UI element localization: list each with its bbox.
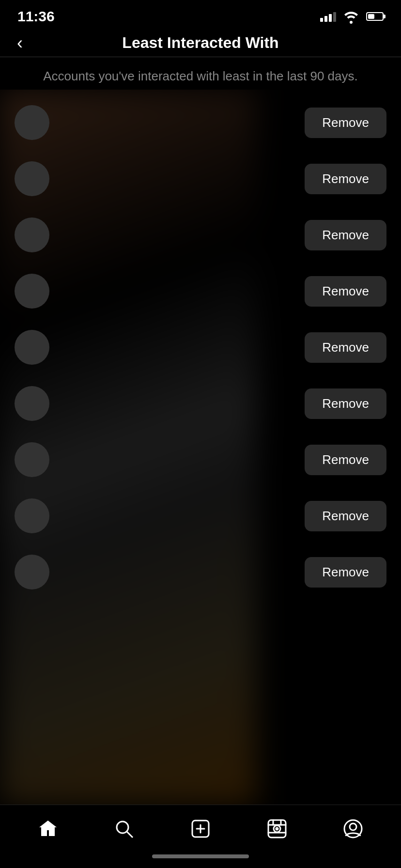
- accounts-list: RemoveRemoveRemoveRemoveRemoveRemoveRemo…: [0, 90, 401, 605]
- nav-item-search[interactable]: [104, 815, 144, 843]
- status-time: 11:36: [17, 8, 55, 25]
- account-info: [15, 217, 305, 252]
- nav-header: ‹ Least Interacted With: [0, 29, 401, 57]
- account-row: Remove: [0, 151, 401, 207]
- remove-button[interactable]: Remove: [305, 501, 386, 531]
- account-info: [15, 555, 305, 589]
- remove-button[interactable]: Remove: [305, 557, 386, 588]
- account-info: [15, 274, 305, 309]
- remove-button[interactable]: Remove: [305, 332, 386, 363]
- accounts-list-container: RemoveRemoveRemoveRemoveRemoveRemoveRemo…: [0, 90, 401, 805]
- battery-fill: [368, 14, 374, 19]
- search-icon: [114, 819, 134, 839]
- avatar: [15, 330, 49, 365]
- avatar: [15, 105, 49, 140]
- svg-point-7: [276, 828, 278, 830]
- remove-button[interactable]: Remove: [305, 108, 386, 138]
- avatar: [15, 498, 49, 533]
- back-button[interactable]: ‹: [15, 32, 25, 54]
- account-row: Remove: [0, 375, 401, 432]
- reels-icon: [267, 819, 287, 839]
- profile-icon: [343, 819, 363, 839]
- account-info: [15, 105, 305, 140]
- svg-line-1: [127, 832, 133, 837]
- account-row: Remove: [0, 263, 401, 319]
- nav-item-reels[interactable]: [257, 815, 297, 843]
- account-row: Remove: [0, 319, 401, 375]
- account-row: Remove: [0, 544, 401, 600]
- svg-rect-5: [268, 820, 286, 837]
- avatar: [15, 386, 49, 421]
- nav-item-profile[interactable]: [333, 815, 373, 843]
- home-bar: [152, 854, 249, 858]
- bottom-nav: [0, 805, 401, 848]
- svg-point-13: [350, 823, 356, 830]
- status-bar: 11:36: [0, 0, 401, 29]
- nav-item-new-post[interactable]: [181, 815, 220, 843]
- account-info: [15, 498, 305, 533]
- status-icons: [320, 6, 384, 27]
- battery-icon: [366, 12, 384, 21]
- account-row: Remove: [0, 94, 401, 151]
- account-row: Remove: [0, 432, 401, 488]
- avatar: [15, 442, 49, 477]
- avatar: [15, 217, 49, 252]
- avatar: [15, 161, 49, 196]
- remove-button[interactable]: Remove: [305, 164, 386, 194]
- home-indicator: [0, 848, 401, 868]
- page-title: Least Interacted With: [122, 34, 278, 52]
- avatar: [15, 274, 49, 309]
- remove-button[interactable]: Remove: [305, 388, 386, 419]
- avatar: [15, 555, 49, 589]
- svg-point-0: [117, 822, 128, 833]
- wifi-icon: [341, 6, 361, 27]
- svg-point-6: [274, 825, 280, 832]
- account-info: [15, 330, 305, 365]
- remove-button[interactable]: Remove: [305, 220, 386, 250]
- subtitle-text: Accounts you've interacted with least in…: [0, 57, 401, 90]
- account-info: [15, 161, 305, 196]
- remove-button[interactable]: Remove: [305, 445, 386, 475]
- account-info: [15, 442, 305, 477]
- home-icon: [38, 819, 58, 839]
- new-post-icon: [190, 819, 211, 839]
- remove-button[interactable]: Remove: [305, 276, 386, 307]
- nav-item-home[interactable]: [28, 815, 68, 843]
- account-row: Remove: [0, 488, 401, 544]
- signal-icon: [320, 11, 336, 22]
- account-info: [15, 386, 305, 421]
- account-row: Remove: [0, 207, 401, 263]
